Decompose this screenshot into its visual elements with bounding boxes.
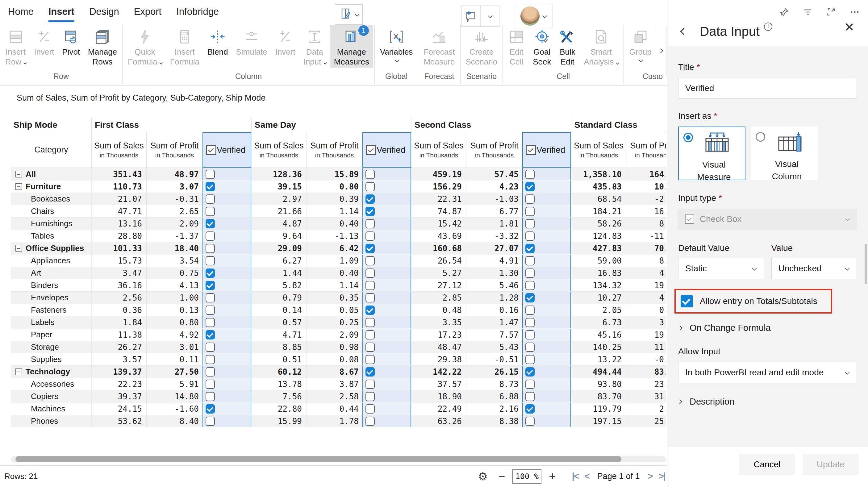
sales-value-cell[interactable]: 29.38: [411, 353, 466, 365]
sum-of-sales-header[interactable]: Sum of Salesin Thousands: [251, 132, 306, 168]
sales-value-cell[interactable]: 93.80: [571, 378, 626, 390]
sales-value-cell[interactable]: 1.44: [251, 267, 306, 279]
verified-checkbox[interactable]: [206, 207, 215, 216]
sales-value-cell[interactable]: 43.69: [411, 230, 466, 242]
comment-dropdown[interactable]: [480, 6, 499, 26]
class-group-header[interactable]: Standard Class: [571, 118, 666, 132]
profit-value-cell[interactable]: -11.91: [626, 230, 666, 242]
verified-checkbox[interactable]: [366, 207, 375, 216]
verified-checkbox[interactable]: [525, 244, 535, 253]
profit-value-cell[interactable]: 3.03: [626, 316, 666, 328]
title-input[interactable]: Verified: [678, 78, 857, 99]
class-group-header[interactable]: Second Class: [411, 118, 571, 132]
verified-checkbox[interactable]: [206, 182, 215, 191]
sales-value-cell[interactable]: 0.57: [251, 316, 306, 328]
profit-value-cell[interactable]: 2.65: [146, 205, 203, 217]
sales-value-cell[interactable]: 142.22: [411, 366, 466, 378]
sales-value-cell[interactable]: 128.36: [251, 168, 306, 180]
profit-value-cell[interactable]: -1.60: [146, 403, 203, 415]
class-group-header[interactable]: Same Day: [251, 118, 411, 132]
edit-column-tool-button[interactable]: [335, 4, 363, 25]
sales-value-cell[interactable]: 24.15: [91, 403, 146, 415]
verified-column-header[interactable]: Verified: [362, 132, 411, 168]
verified-checkbox[interactable]: [525, 231, 535, 241]
verified-checkbox[interactable]: [206, 380, 215, 389]
quick-formula-button[interactable]: QuickFormula: [124, 25, 166, 68]
sales-value-cell[interactable]: 17.23: [411, 329, 466, 341]
profit-value-cell[interactable]: 2.39: [626, 403, 666, 415]
sales-value-cell[interactable]: 351.43: [91, 168, 146, 180]
info-icon[interactable]: i: [764, 23, 772, 31]
sales-value-cell[interactable]: 5.82: [251, 279, 306, 291]
verified-checkbox[interactable]: [206, 293, 215, 302]
last-page-button[interactable]: >|: [659, 471, 665, 482]
sales-value-cell[interactable]: 59.00: [571, 255, 626, 267]
sales-value-cell[interactable]: 13.22: [571, 353, 626, 365]
profit-value-cell[interactable]: -1.13: [306, 230, 362, 242]
profit-value-cell[interactable]: 27.50: [146, 366, 203, 378]
sales-value-cell[interactable]: 110.73: [91, 181, 146, 193]
profit-value-cell[interactable]: 8.76: [626, 218, 666, 230]
pivot-button[interactable]: Pivot: [58, 25, 84, 58]
value-dropdown[interactable]: Unchecked: [771, 258, 857, 279]
edit-cell-button[interactable]: EditCell: [504, 25, 529, 68]
sales-value-cell[interactable]: 435.83: [571, 181, 626, 193]
sum-of-profit-header[interactable]: Sum of Profitin Thousands: [466, 132, 522, 168]
sales-value-cell[interactable]: 13.16: [91, 218, 146, 230]
sales-value-cell[interactable]: 5.27: [411, 267, 466, 279]
verified-checkbox[interactable]: [366, 392, 375, 401]
create-scenario-button[interactable]: CreateScenario: [462, 25, 502, 68]
verified-column-header[interactable]: Verified: [522, 132, 571, 168]
profit-value-cell[interactable]: 2.09: [306, 329, 362, 341]
profit-value-cell[interactable]: 1.78: [306, 415, 362, 427]
panel-scrollbar[interactable]: [865, 244, 867, 284]
sales-value-cell[interactable]: 140.25: [571, 341, 626, 353]
profit-value-cell[interactable]: 8.40: [146, 415, 203, 427]
sales-value-cell[interactable]: 134.32: [571, 279, 626, 291]
collapse-icon[interactable]: [16, 171, 22, 177]
profit-value-cell[interactable]: 3.01: [146, 341, 203, 353]
sales-value-cell[interactable]: 427.83: [571, 242, 626, 254]
verified-checkbox[interactable]: [366, 367, 375, 377]
zoom-out-button[interactable]: −: [498, 470, 505, 483]
verified-checkbox[interactable]: [206, 305, 215, 315]
profit-value-cell[interactable]: 5.91: [146, 378, 203, 390]
sales-value-cell[interactable]: 29.09: [251, 242, 306, 254]
verified-checkbox[interactable]: [525, 392, 535, 401]
verified-checkbox[interactable]: [206, 343, 215, 352]
profit-value-cell[interactable]: 0.75: [146, 267, 203, 279]
horizontal-scrollbar[interactable]: [11, 456, 666, 462]
sales-value-cell[interactable]: 39.37: [91, 390, 146, 402]
profit-value-cell[interactable]: 26.15: [466, 366, 522, 378]
sales-value-cell[interactable]: 45.16: [571, 329, 626, 341]
verified-checkbox[interactable]: [206, 170, 215, 179]
profit-value-cell[interactable]: 0.39: [306, 193, 362, 205]
profit-value-cell[interactable]: 31.35: [626, 390, 666, 402]
sales-value-cell[interactable]: 459.19: [411, 168, 466, 180]
scrollbar-thumb[interactable]: [16, 456, 621, 462]
sales-value-cell[interactable]: 156.29: [411, 181, 466, 193]
sales-value-cell[interactable]: 9.64: [251, 230, 306, 242]
sales-value-cell[interactable]: 494.44: [571, 366, 626, 378]
sales-value-cell[interactable]: 4.87: [251, 218, 306, 230]
sales-value-cell[interactable]: 15.42: [411, 218, 466, 230]
verified-checkbox[interactable]: [366, 404, 375, 414]
goal-seek-button[interactable]: GoalSeek: [529, 25, 555, 68]
verified-checkbox[interactable]: [525, 170, 535, 179]
sales-value-cell[interactable]: 6.73: [571, 316, 626, 328]
profit-value-cell[interactable]: -0.88: [626, 353, 666, 365]
manage-measures-button[interactable]: ManageMeasures1: [330, 25, 373, 68]
on-change-formula-expander[interactable]: On Change Formula: [678, 323, 857, 333]
profit-value-cell[interactable]: 8.38: [466, 415, 522, 427]
tab-home[interactable]: Home: [8, 6, 34, 20]
verified-checkbox[interactable]: [366, 244, 375, 253]
verified-checkbox[interactable]: [206, 318, 215, 327]
sales-value-cell[interactable]: 6.27: [251, 255, 306, 267]
insert-formula-button[interactable]: InsertFormula: [166, 25, 204, 68]
sales-value-cell[interactable]: 11.38: [91, 329, 146, 341]
sales-value-cell[interactable]: 0.79: [251, 292, 306, 304]
class-group-header[interactable]: First Class: [91, 118, 251, 132]
verified-checkbox[interactable]: [206, 256, 215, 265]
sales-value-cell[interactable]: 28.80: [91, 230, 146, 242]
verified-checkbox[interactable]: [525, 343, 535, 352]
